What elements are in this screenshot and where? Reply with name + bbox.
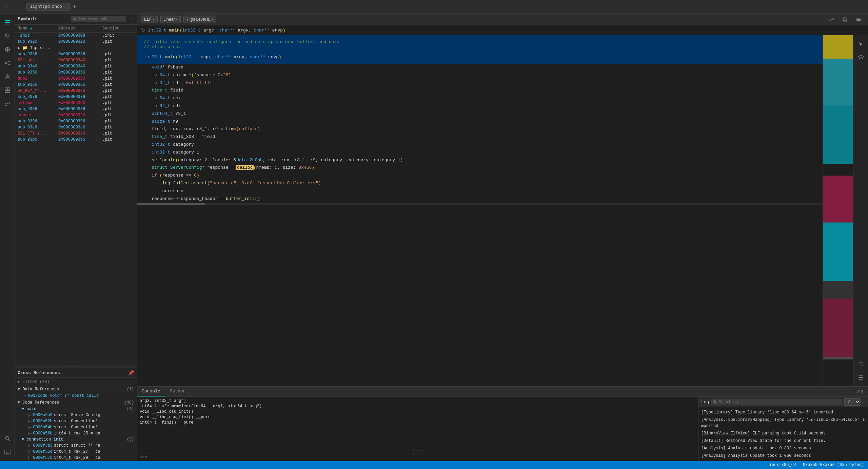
- code-line: time_t field: [137, 87, 823, 95]
- svg-rect-13: [5, 88, 7, 90]
- xrefs-filter[interactable]: ▶ Filter (48): [15, 378, 137, 386]
- list-item[interactable]: sub_9346 0x000009346 .plt: [15, 63, 137, 69]
- code-ref-item[interactable]: |← 0000f3d3 struct struct_7* ra: [15, 443, 137, 449]
- code-line: int32_t category_1: [137, 149, 823, 157]
- svg-rect-31: [823, 176, 853, 222]
- copy-icon-btn[interactable]: [840, 16, 850, 23]
- graph-icon: [4, 60, 11, 66]
- linear-dropdown[interactable]: Linear ▾: [160, 16, 181, 23]
- sidebar-item-xrefs[interactable]: [1, 43, 14, 56]
- list-item[interactable]: SSL_CTX_s... 0x0000093b0 .plt: [15, 130, 137, 137]
- svg-line-41: [716, 402, 716, 403]
- log-title: Log: [701, 400, 709, 405]
- sidebar-item-symbols[interactable]: [1, 16, 14, 28]
- list-item[interactable]: sub_9356 0x000009356 .plt: [15, 69, 137, 76]
- code-ref-item[interactable]: |← 0000f55c int64_t rax_27 = ca: [15, 449, 137, 455]
- symbols-title: Symbols: [18, 16, 68, 22]
- symbols-table-header: Name ▲ Address Section: [15, 25, 137, 33]
- log-search-input[interactable]: [718, 400, 840, 404]
- refresh-button[interactable]: ↻: [141, 27, 145, 33]
- list-item[interactable]: memset 0x000009390 .plt: [15, 112, 137, 118]
- symbols-scrollbar-h[interactable]: [15, 365, 137, 368]
- console-line: arg3, int32_t arg4): [140, 398, 695, 404]
- list-item[interactable]: sub_9376 0x000009376 .plt: [15, 94, 137, 100]
- list-item[interactable]: sub_9386 0x000009386 .plt: [15, 106, 137, 112]
- right-sidebar-menu[interactable]: [855, 371, 867, 384]
- list-item[interactable]: sub_9396 0x000009396 .plt: [15, 118, 137, 124]
- hlil-dropdown[interactable]: High Level IL ▾: [183, 16, 216, 23]
- sidebar-item-graph[interactable]: [1, 57, 14, 69]
- code-view[interactable]: // Initializes a server configuration an…: [137, 35, 823, 386]
- list-item[interactable]: SSL_get_s... 0x000009340 .plt: [15, 57, 137, 63]
- file-tab[interactable]: lighttpd.bndb ×: [26, 3, 70, 11]
- menu-icon-btn[interactable]: [853, 16, 864, 23]
- sidebar-item-search[interactable]: [1, 432, 14, 445]
- hlil-dropdown-arrow: ▾: [212, 18, 213, 21]
- svg-line-11: [6, 63, 8, 64]
- console-line: void __libc_csu_init(): [140, 409, 695, 414]
- add-tab-button[interactable]: +: [73, 3, 76, 10]
- list-item[interactable]: sub_9320 0x000009320 .plt: [15, 39, 137, 45]
- symbols-menu-button[interactable]: ≡: [129, 16, 134, 22]
- list-item[interactable]: ▶ 📁 Tcp-st...: [15, 45, 137, 51]
- search-symbols-container: [71, 16, 125, 22]
- list-item[interactable]: sub_9336 0x000009336 .plt: [15, 51, 137, 57]
- xrefs-header[interactable]: Cross References 📌: [15, 368, 137, 378]
- code-refs-section[interactable]: ▼ Code References {46}: [15, 399, 137, 406]
- code-ref-item[interactable]: |← 0000a3a9 struct ServerConfig: [15, 412, 137, 418]
- sidebar-item-tags[interactable]: [1, 30, 14, 42]
- svg-point-12: [6, 76, 8, 78]
- back-button[interactable]: ←: [3, 3, 12, 11]
- svg-rect-33: [823, 281, 853, 299]
- code-ref-func-connection[interactable]: ▼ connection_init {3}: [15, 436, 137, 443]
- bottom-panel: Console Python Log arg3, int32_t arg4) i…: [137, 386, 868, 461]
- right-sidebar-cursor[interactable]: [855, 38, 867, 50]
- sidebar-item-terminal[interactable]: [1, 446, 14, 458]
- code-ref-func-main[interactable]: ▼ main {4}: [15, 406, 137, 412]
- code-line: noreturn: [137, 187, 823, 195]
- code-ref-item[interactable]: |← 0000a54b struct Connection*: [15, 424, 137, 430]
- sidebar-item-grid[interactable]: [1, 84, 14, 96]
- sidebar-item-link[interactable]: [1, 98, 14, 110]
- right-sidebar-word-wrap[interactable]: [855, 358, 867, 370]
- list-item[interactable]: dup2 0x000009360 .plt: [15, 76, 137, 82]
- close-tab-icon[interactable]: ×: [64, 5, 66, 9]
- code-and-minimap: // Initializes a server configuration an…: [137, 35, 868, 386]
- list-item[interactable]: EC_KEY_fr... 0x000009370 .plt: [15, 88, 137, 94]
- status-offset: 0xa3a9–0xa3ae (0x5 bytes): [803, 463, 864, 467]
- svg-point-7: [5, 62, 6, 64]
- xrefs-pin-button[interactable]: 📌: [128, 370, 134, 375]
- search-symbols-input[interactable]: [78, 17, 124, 21]
- code-ref-item[interactable]: |← 0000a52b struct Connection*: [15, 418, 137, 424]
- linear-dropdown-arrow: ▾: [176, 18, 178, 21]
- log-menu-button[interactable]: ≡: [863, 399, 865, 405]
- right-sidebar-layers[interactable]: [855, 52, 867, 64]
- log-entry: [Default] Restored View State for the cu…: [701, 437, 865, 445]
- func-sig-bar: ↻ int32_t main(int32_t argc, char** argv…: [137, 25, 868, 35]
- code-line: int64_t rax = *(fsbase + 0x28): [137, 72, 823, 79]
- list-item[interactable]: sub_93a6 0x0000093a6 .plt: [15, 124, 137, 130]
- elf-dropdown[interactable]: ELF ▾: [141, 16, 158, 23]
- list-item[interactable]: mktime 0x000009380 .plt: [15, 100, 137, 106]
- console-area[interactable]: arg3, int32_t arg4) int64_t safe_memclea…: [137, 397, 698, 448]
- svg-point-3: [6, 35, 7, 36]
- console-line: void __libc_csu_fini() __pure: [140, 414, 695, 420]
- log-search-container: [711, 399, 842, 405]
- list-item[interactable]: sub_93b6 0x0000093b6 .plt: [15, 137, 137, 143]
- code-ref-item[interactable]: |← 0000a56b int64_t rax_25 = ca: [15, 430, 137, 436]
- code-scrollbar-h[interactable]: [137, 203, 823, 205]
- link-icon-btn[interactable]: [826, 16, 837, 23]
- sidebar-item-settings[interactable]: [1, 70, 14, 83]
- console-input[interactable]: [149, 455, 695, 460]
- settings-icon: [4, 73, 11, 80]
- list-item[interactable]: sub_9366 0x000009366 .plt: [15, 82, 137, 88]
- forward-button[interactable]: →: [14, 3, 24, 11]
- code-scrollbar-thumb: [137, 203, 205, 205]
- list-item[interactable]: _init 0x000009308 .init: [15, 33, 137, 39]
- code-line: ssize_t r9: [137, 118, 823, 126]
- code-line: int32_t category: [137, 141, 823, 149]
- log-filter-select[interactable]: All: [844, 398, 861, 406]
- code-line: int64_t rcx: [137, 95, 823, 102]
- code-ref-item[interactable]: |← 0000f57d int64_t rax_29 = ca: [15, 455, 137, 461]
- tab-log[interactable]: Log: [851, 387, 868, 396]
